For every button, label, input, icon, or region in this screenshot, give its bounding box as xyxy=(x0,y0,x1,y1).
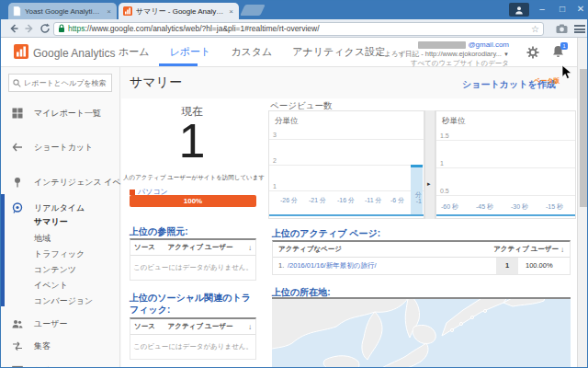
ga-logo-icon xyxy=(14,44,28,59)
tab-title: Yoast Google Analytics 設 xyxy=(25,6,102,17)
tab-analytics[interactable]: サマリー - Google Analytics × xyxy=(119,3,239,19)
table-header: アクティブなページ アクティブ ユーザー ↓ xyxy=(273,242,570,258)
audience-icon xyxy=(12,318,23,329)
x-tick: -16 分 xyxy=(337,196,355,205)
x-tick: -6 分 xyxy=(390,196,404,205)
intelligence-pin-icon xyxy=(12,177,23,188)
row-percent: 100.00% xyxy=(518,258,570,274)
pageviews-bar[interactable] xyxy=(411,165,423,214)
bar-cap xyxy=(411,165,423,167)
mouse-cursor xyxy=(561,65,572,80)
gridline xyxy=(269,165,424,166)
col-active-users[interactable]: アクティブ ユーザー xyxy=(158,243,243,252)
bookmark-star-icon[interactable]: ☆ xyxy=(531,24,539,34)
redacted-email xyxy=(418,41,466,49)
nav-custom[interactable]: カスタム xyxy=(231,45,272,59)
profile-button[interactable] xyxy=(509,3,529,17)
top-referrals-heading[interactable]: 上位の参照元: xyxy=(130,225,188,238)
row-page-link[interactable]: /2016/01/16/新年最初の旅行/ xyxy=(286,258,496,274)
sidebar-item-dashboards[interactable]: マイレポート一覧 xyxy=(1,105,120,121)
col-active-users[interactable]: アクティブ ユーザー xyxy=(493,245,559,254)
notification-badge: 1 xyxy=(560,42,568,50)
sidebar-subitem-conversions[interactable]: コンバージョン xyxy=(34,295,93,307)
sidebar-item-acquisition[interactable]: 集客 xyxy=(1,338,120,354)
account-info[interactable]: @gmail.com よろず日記 - http://www.ejokorodia… xyxy=(384,40,509,67)
nav-admin[interactable]: アナリティクス設定 xyxy=(292,45,385,59)
tab-yoast[interactable]: Yoast Google Analytics 設 × xyxy=(8,3,117,19)
nav-active-underline xyxy=(159,63,198,66)
page-scrollbar[interactable] xyxy=(577,38,588,368)
shortcuts-icon xyxy=(12,142,23,153)
maximize-button[interactable]: □ xyxy=(552,1,572,17)
sidebar: マイレポート一覧 ショートカット インテリジェンス イベント リアルタイム サマ… xyxy=(1,67,120,368)
row-active-users: 1 xyxy=(496,258,518,274)
document-icon xyxy=(13,6,21,17)
x-tick: -45 秒 xyxy=(476,202,493,212)
nav-home[interactable]: ホーム xyxy=(119,45,150,59)
close-button[interactable]: ✕ xyxy=(571,1,588,17)
map-east-asia xyxy=(272,299,571,368)
address-bar[interactable]: https://www.google.com/analytics/web/?hl… xyxy=(53,22,544,36)
menu-icon[interactable] xyxy=(574,25,585,33)
x-axis xyxy=(269,214,424,216)
scrollbar-thumb[interactable] xyxy=(580,69,587,207)
sort-down-icon[interactable]: ↓ xyxy=(560,246,564,254)
col-active-users[interactable]: アクティブ ユーザー xyxy=(158,322,243,331)
sidebar-subitem-traffic[interactable]: トラフィック xyxy=(34,248,85,260)
empty-message: このビューにはデータがありません。 xyxy=(130,256,255,280)
x-tick-last: 分-1 xyxy=(415,191,422,205)
table-header: ソース アクティブ ユーザー ↓ xyxy=(130,319,255,335)
acquisition-icon xyxy=(12,340,23,351)
gear-icon[interactable] xyxy=(526,46,539,59)
top-social-heading[interactable]: 上位のソーシャル関連のトラフィック: xyxy=(130,292,258,316)
forward-icon[interactable] xyxy=(23,22,36,35)
sidebar-item-realtime[interactable]: リアルタイム xyxy=(1,200,120,216)
x-tick: -21 分 xyxy=(309,196,326,205)
top-active-pages-table: アクティブなページ アクティブ ユーザー ↓ 1. /2016/01/16/新年… xyxy=(272,240,571,275)
top-social-table: ソース アクティブ ユーザー ↓ このビューにはデータがありません。 xyxy=(130,317,256,360)
sidebar-subitem-content[interactable]: コンテンツ xyxy=(34,264,76,276)
sidebar-search-input[interactable] xyxy=(24,79,107,87)
dashboards-icon xyxy=(12,108,23,119)
sidebar-subitem-locations[interactable]: 地域 xyxy=(34,233,51,245)
realtime-icon xyxy=(12,202,23,213)
chart-splitter[interactable]: ▸ xyxy=(424,110,435,219)
back-icon[interactable] xyxy=(7,22,20,35)
gridline xyxy=(436,140,575,141)
ga-logo-text[interactable]: Google Analytics xyxy=(33,47,115,60)
sort-down-icon[interactable]: ↓ xyxy=(243,323,252,331)
locations-map[interactable] xyxy=(272,297,571,368)
sidebar-item-intelligence[interactable]: インテリジェンス イベント xyxy=(1,174,120,190)
sidebar-subitem-events[interactable]: イベント xyxy=(34,280,68,292)
person-icon xyxy=(514,6,524,15)
account-property[interactable]: よろず日記 - http://www.ejokorodiary... ▼ xyxy=(384,50,509,59)
notifications-bell[interactable]: 1 xyxy=(552,45,567,60)
nav-reports[interactable]: レポート xyxy=(170,45,211,59)
top-active-pages-heading[interactable]: 上位のアクティブ ページ: xyxy=(272,227,380,240)
tab-close-icon[interactable]: × xyxy=(228,7,234,16)
legend-swatch-desktop xyxy=(130,190,135,195)
account-email: @gmail.com xyxy=(384,40,509,50)
sidebar-item-shortcuts[interactable]: ショートカット xyxy=(1,139,120,155)
x-tick: -30 秒 xyxy=(511,202,528,212)
new-tab-button[interactable] xyxy=(240,5,266,16)
y-tick: 0.5 xyxy=(440,188,449,194)
top-referrals-table: ソース アクティブ ユーザー ↓ このビューにはデータがありません。 xyxy=(130,238,256,281)
tab-title: サマリー - Google Analytics xyxy=(136,6,224,17)
table-row: 1. /2016/01/16/新年最初の旅行/ 1 100.00% xyxy=(273,258,570,274)
x-axis xyxy=(436,214,575,216)
col-active-page[interactable]: アクティブなページ xyxy=(278,245,493,254)
tab-close-icon[interactable]: × xyxy=(106,7,112,16)
extension-camera-icon[interactable] xyxy=(556,23,568,35)
active-section-indicator xyxy=(1,194,5,306)
col-source[interactable]: ソース xyxy=(134,244,158,252)
y-tick: 1.5 xyxy=(440,132,449,139)
minimize-button[interactable]: – xyxy=(532,1,552,17)
sidebar-item-behavior[interactable]: 行動 xyxy=(1,362,120,368)
sidebar-item-audience[interactable]: ユーザー xyxy=(1,316,120,332)
sidebar-search[interactable] xyxy=(8,74,112,92)
sidebar-subitem-overview[interactable]: サマリー xyxy=(34,216,68,228)
reload-icon[interactable] xyxy=(39,22,51,35)
sort-down-icon[interactable]: ↓ xyxy=(243,244,252,252)
col-source[interactable]: ソース xyxy=(134,323,158,331)
